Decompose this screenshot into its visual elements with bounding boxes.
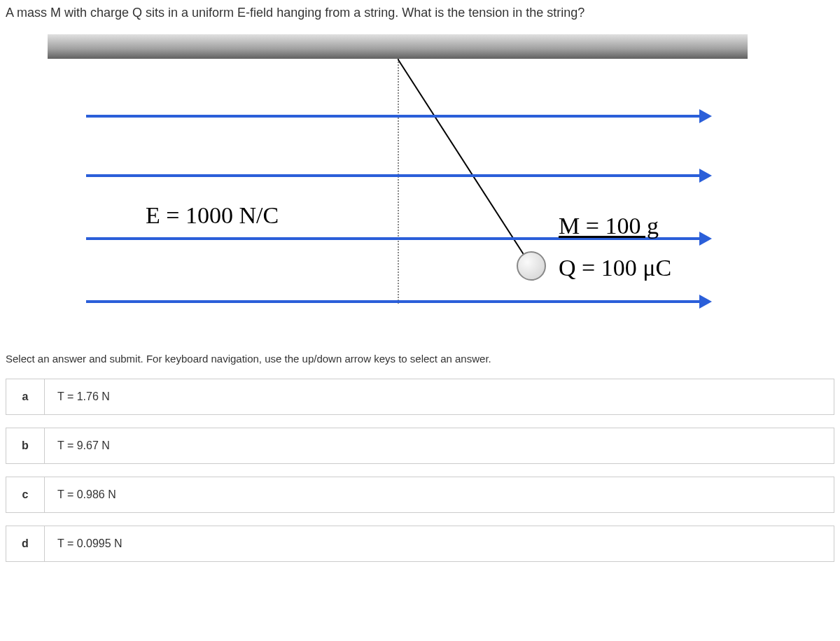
efield-label: E = 1000 N/C (146, 202, 279, 229)
answer-letter: a (6, 379, 45, 414)
answer-letter: d (6, 526, 45, 561)
answer-option-d[interactable]: d T = 0.0995 N (6, 526, 834, 562)
charge-label: Q = 100 μC (559, 255, 671, 281)
answer-letter: c (6, 477, 45, 512)
string-line (398, 59, 538, 265)
mass-label: M = 100 g (559, 213, 659, 239)
efield-arrow (86, 115, 702, 118)
ceiling-bar (48, 34, 748, 59)
answer-option-a[interactable]: a T = 1.76 N (6, 379, 834, 415)
efield-arrow (86, 300, 702, 303)
question-text: A mass M with charge Q sits in a uniform… (6, 6, 834, 20)
efield-arrow (86, 174, 702, 177)
svg-line-0 (398, 59, 531, 265)
answer-text: T = 9.67 N (45, 428, 122, 463)
answer-option-b[interactable]: b T = 9.67 N (6, 428, 834, 464)
physics-diagram: E = 1000 N/C M = 100 g Q = 100 μC (48, 34, 748, 328)
answer-letter: b (6, 428, 45, 463)
answer-option-c[interactable]: c T = 0.986 N (6, 477, 834, 513)
answer-text: T = 0.986 N (45, 477, 129, 512)
answer-text: T = 1.76 N (45, 379, 122, 414)
answer-text: T = 0.0995 N (45, 526, 135, 561)
charged-mass-ball (517, 251, 546, 281)
instruction-text: Select an answer and submit. For keyboar… (6, 353, 834, 365)
